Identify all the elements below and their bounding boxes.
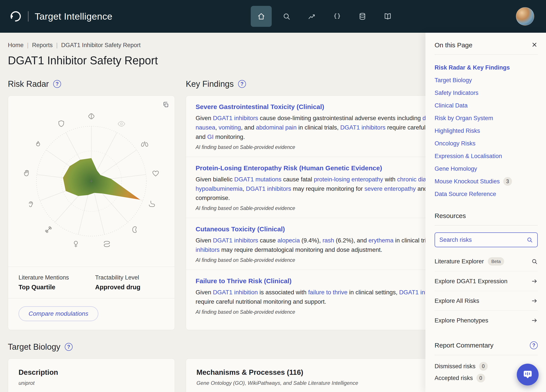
stat-value: Top Quartile: [19, 284, 69, 291]
gi-tract-icon: [149, 201, 155, 207]
toc-link[interactable]: Clinical Data: [435, 99, 538, 112]
compare-modulations-button[interactable]: Compare modulations: [19, 306, 98, 321]
report-commentary-help-icon[interactable]: ?: [530, 341, 538, 349]
inflammation-icon: [36, 141, 40, 146]
database-icon: [358, 12, 367, 20]
term-link[interactable]: DGAT1 inhibitors: [246, 185, 291, 192]
finding-text: may require monitoring for: [291, 185, 364, 192]
term-link[interactable]: DGAT1 inhibitors: [340, 124, 385, 131]
breadcrumb-item[interactable]: Reports: [32, 41, 53, 49]
toc-link[interactable]: Data Source Reference: [435, 188, 538, 200]
resource-row[interactable]: Explore Phenotypes: [435, 310, 538, 330]
toc-link[interactable]: Expression & Localisation: [435, 150, 538, 162]
user-avatar[interactable]: [516, 7, 534, 26]
finding-text: ,: [243, 185, 246, 192]
resource-row[interactable]: Explore DGAT1 Expression: [435, 271, 538, 291]
search-risks-box[interactable]: [435, 232, 538, 247]
term-link[interactable]: failure to thrive: [308, 289, 347, 296]
toc-link-label: Risk by Organ System: [435, 112, 493, 124]
description-source: uniprot: [19, 380, 164, 386]
resource-list: Literature ExplorerBetaExplore DGAT1 Exp…: [435, 252, 538, 330]
nav-database-button[interactable]: [352, 6, 373, 27]
term-link[interactable]: DGAT1 inhibitors: [213, 237, 258, 244]
panel-header: On this Page: [435, 41, 538, 49]
immune-system-icon: [59, 121, 64, 127]
nav-icons: [251, 6, 398, 27]
finding-text: Given: [195, 289, 213, 296]
toc-link[interactable]: Highlighted Risks: [435, 124, 538, 137]
term-link[interactable]: erythema: [369, 237, 394, 244]
description-title: Description: [19, 368, 164, 377]
brand[interactable]: Target Intelligence: [10, 10, 112, 22]
on-this-page-list: Risk Radar & Key FindingsTarget BiologyS…: [435, 61, 538, 200]
radar-chart-area: [8, 96, 175, 267]
key-findings-help-icon[interactable]: ?: [238, 80, 246, 88]
finding-text: may require dermatological monitoring an…: [220, 246, 382, 253]
close-icon[interactable]: [531, 41, 538, 49]
target-biology-help-icon[interactable]: ?: [65, 343, 73, 351]
stat-label: Tractability Level: [95, 274, 140, 281]
term-link[interactable]: vomiting: [219, 124, 241, 131]
chat-launcher-button[interactable]: [517, 364, 539, 386]
term-link[interactable]: DGAT1 mutations: [234, 176, 281, 183]
term-link[interactable]: nausea: [195, 124, 215, 131]
intestine-icon: [104, 241, 110, 247]
report-commentary-heading: Report Commentary: [435, 342, 494, 349]
top-navbar: Target Intelligence: [0, 0, 546, 33]
arrow-right-icon: [531, 317, 538, 324]
toc-link-label: Gene Homology: [435, 162, 477, 175]
finding-text: with: [383, 176, 397, 183]
term-link[interactable]: rash: [323, 237, 334, 244]
resource-row[interactable]: Explore All Risks: [435, 291, 538, 310]
finding-text: Given biallelic: [195, 176, 234, 183]
nav-docs-button[interactable]: [377, 6, 398, 27]
term-link[interactable]: hypoalbuminemia: [195, 185, 243, 192]
toc-link[interactable]: Gene Homology: [435, 162, 538, 175]
finding-text: cause fatal: [281, 176, 314, 183]
toc-link[interactable]: Mouse Knockout Studies3: [435, 175, 538, 188]
brain-icon: [89, 114, 94, 119]
resource-label: Explore All Risks: [435, 297, 479, 304]
toc-link[interactable]: Risk by Organ System: [435, 112, 538, 124]
resource-row[interactable]: Literature ExplorerBeta: [435, 252, 538, 271]
nav-home-button[interactable]: [251, 6, 272, 27]
finding-text: , and: [241, 124, 256, 131]
toc-link-label: Clinical Data: [435, 99, 468, 112]
finding-text: is associated with: [258, 289, 308, 296]
breadcrumb-item[interactable]: Home: [8, 41, 24, 49]
search-icon: [531, 258, 538, 265]
toc-link[interactable]: Safety Indicators: [435, 87, 538, 99]
nav-code-button[interactable]: [327, 6, 348, 27]
risk-radar-heading-row: Risk Radar ?: [8, 79, 175, 89]
copy-icon[interactable]: [162, 101, 169, 109]
lungs-icon: [141, 141, 148, 146]
toc-link[interactable]: Risk Radar & Key Findings: [435, 61, 538, 74]
risk-radar-help-icon[interactable]: ?: [53, 80, 61, 88]
breadcrumb-item[interactable]: DGAT1 Inhibitor Safety Report: [61, 41, 141, 49]
toc-link-label: Expression & Localisation: [435, 150, 502, 162]
term-link[interactable]: severe enteropathy: [364, 185, 416, 192]
nav-line-chart-button[interactable]: [301, 6, 322, 27]
tractability-stat: Tractability Level Approved drug: [95, 274, 140, 291]
term-link[interactable]: abdominal pain: [256, 124, 297, 131]
term-link[interactable]: alopecia: [278, 237, 300, 244]
ear-icon: [29, 202, 33, 207]
code-icon: [333, 12, 341, 20]
term-link[interactable]: DGAT1 inhibitors: [213, 115, 258, 122]
term-link[interactable]: DGAT1 inhibition: [213, 289, 258, 296]
toc-link[interactable]: Oncology Risks: [435, 137, 538, 150]
search-risks-input[interactable]: [439, 237, 526, 243]
risk-radar-card: Literature Mentions Top Quartile Tractab…: [8, 96, 175, 330]
nav-search-button[interactable]: [276, 6, 297, 27]
toc-link-label: Highlighted Risks: [435, 124, 480, 137]
report-commentary-header: Report Commentary ?: [435, 341, 538, 349]
description-card: Description uniprot: [8, 358, 175, 392]
bone-icon: [45, 226, 52, 233]
term-link[interactable]: GI: [207, 133, 214, 140]
brand-divider: [28, 11, 29, 22]
toc-link-label: Safety Indicators: [435, 87, 478, 99]
term-link[interactable]: protein-losing enteropathy: [314, 176, 383, 183]
stat-value: Approved drug: [95, 284, 140, 291]
toc-link[interactable]: Target Biology: [435, 74, 538, 87]
hand-icon: [24, 170, 29, 176]
